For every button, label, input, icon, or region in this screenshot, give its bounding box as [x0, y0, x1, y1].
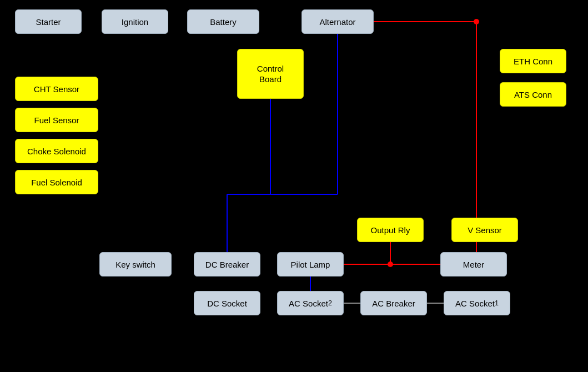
- node-choke-solenoid: Choke Solenoid: [15, 139, 98, 163]
- svg-point-2: [474, 19, 479, 24]
- node-cht-sensor: CHT Sensor: [15, 77, 98, 101]
- node-dc-breaker: DC Breaker: [194, 252, 260, 277]
- node-fuel-solenoid: Fuel Solenoid: [15, 170, 98, 194]
- node-ac-breaker: AC Breaker: [360, 291, 427, 315]
- node-alternator: Alternator: [301, 9, 374, 34]
- svg-point-4: [388, 262, 393, 267]
- node-battery: Battery: [187, 9, 259, 34]
- node-dc-socket: DC Socket: [194, 291, 260, 315]
- node-ac-socket1: AC Socket1: [444, 291, 510, 315]
- node-eth-conn: ETH Conn: [500, 49, 566, 73]
- node-ac-socket2: AC Socket2: [277, 291, 344, 315]
- node-starter: Starter: [15, 9, 82, 34]
- node-meter: Meter: [440, 252, 507, 277]
- node-fuel-sensor: Fuel Sensor: [15, 108, 98, 132]
- node-ats-conn: ATS Conn: [500, 82, 566, 107]
- node-output-rly: Output Rly: [357, 218, 424, 242]
- node-key-switch: Key switch: [99, 252, 172, 277]
- node-pilot-lamp: Pilot Lamp: [277, 252, 344, 277]
- node-v-sensor: V Sensor: [451, 218, 518, 242]
- node-ignition: Ignition: [102, 9, 168, 34]
- node-control-board: ControlBoard: [237, 49, 304, 99]
